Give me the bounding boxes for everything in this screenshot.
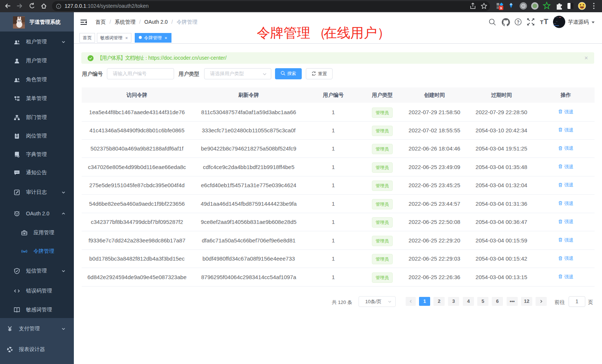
svg-text:9: 9 [500, 6, 502, 10]
svg-text:?: ? [517, 20, 519, 25]
svg-text:a: a [23, 250, 25, 253]
svg-text:T: T [540, 19, 543, 25]
svg-text:T: T [544, 17, 548, 26]
